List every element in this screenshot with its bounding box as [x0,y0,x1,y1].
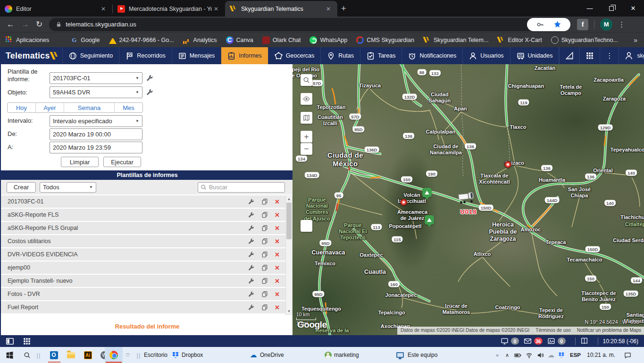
tab-skyguardian-active[interactable]: Skyguardian Telematics ✕ [225,1,337,17]
tab-close-icon[interactable]: ✕ [212,5,220,13]
wrench-icon[interactable] [248,304,255,311]
nav-item-recorridos[interactable]: Recorridos [119,47,171,64]
password-key-icon[interactable] [536,21,544,28]
window-minimize-button[interactable]: — [579,0,601,17]
dropbox-icon[interactable] [171,347,180,363]
interval-select[interactable]: Intervalo especificado▼ [50,115,142,127]
apps-grid-button[interactable] [579,47,600,64]
wrench-icon[interactable] [248,251,255,258]
vehicle-unit-label[interactable]: U018 [455,208,482,215]
delete-icon[interactable]: ✕ [275,304,280,311]
start-button[interactable] [0,347,19,363]
map-canvas[interactable]: Tepeji del Río de OcampoTizayucaTepotzot… [293,64,644,335]
wrench-icon[interactable] [248,211,255,218]
illustrator-taskbar-button[interactable]: Ai [79,347,96,363]
list-scrollbar[interactable]: ▲ ▼ [285,195,293,315]
scroll-up-icon[interactable]: ▲ [286,196,292,202]
toolbar-grip[interactable]: || [36,347,42,363]
template-row[interactable]: aSKG-Reporte FLS✕ [1,209,285,221]
duplicate-icon[interactable] [261,291,268,297]
bookmark-item[interactable]: WhatsApp [309,36,347,44]
wifi-icon[interactable] [524,347,534,363]
delete-icon[interactable]: ✕ [275,278,280,285]
messages-counter[interactable]: 36 [524,337,543,345]
profile-avatar[interactable]: M [600,18,612,31]
reload-button[interactable]: ↻ [36,19,42,29]
scroll-down-icon[interactable]: ▼ [286,308,292,314]
window-restore-button[interactable] [601,0,622,17]
marketing-toolbar[interactable]: marketing [334,347,359,363]
period-hoy-button[interactable]: Hoy [8,103,35,112]
dropbox-tray-icon[interactable] [557,347,566,363]
duplicate-icon[interactable] [261,238,268,245]
nav-item-informes[interactable]: Informes [221,47,268,64]
bookmark-item[interactable]: 242-947-9666 - Go... [109,36,174,44]
delete-icon[interactable]: ✕ [275,291,280,298]
nav-item-geocercas[interactable]: Geocercas [268,47,320,64]
back-button[interactable]: ← [7,20,15,29]
onedrive-toolbar[interactable]: OneDrive [260,347,284,363]
bookmark-item[interactable]: Analytics [183,36,217,44]
measure-tool-button[interactable] [559,47,579,64]
hidden-icons-button[interactable]: ∧ [503,347,511,363]
nav-item-tareas[interactable]: Tareas [360,47,402,64]
template-select[interactable]: 201703FC-01▼ [50,72,142,84]
duplicate-icon[interactable] [261,211,268,218]
bookmark-item[interactable]: Olark Chat [262,36,301,44]
toolbar-chevron-icon[interactable]: » [493,347,501,363]
nav-item-usuarios[interactable]: Usuarios [462,47,510,64]
filter-select[interactable]: Todos▼ [40,182,96,193]
taskbar-search-button[interactable] [19,347,35,363]
delete-icon[interactable]: ✕ [275,211,280,219]
create-template-button[interactable]: Crear [7,182,36,193]
template-row[interactable]: 201703FC-01✕ [1,195,285,208]
bookmark-item[interactable]: SkyguardianTechno... [551,36,618,44]
new-tab-button[interactable]: + [341,4,346,14]
clear-button[interactable]: Limpiar [61,157,99,167]
map-visibility-button[interactable] [301,93,312,105]
user-avatar-icon[interactable] [324,347,332,363]
template-row[interactable]: Ejemplo Transtell- nuevo✕ [1,275,285,287]
bookmark-item[interactable]: Aplicaciones [6,36,49,44]
template-settings-wrench-icon[interactable] [146,74,154,82]
panel-toggle-icon[interactable] [6,337,14,346]
duplicate-icon[interactable] [261,278,268,284]
template-row[interactable]: Costos utilitarios✕ [1,235,285,247]
mountain-poi-icon[interactable] [422,188,432,197]
este-equipo-toolbar[interactable]: Este equipo [408,347,437,363]
user-menu-button[interactable] [619,47,635,64]
template-row[interactable]: Fuel Report✕ [1,301,285,313]
to-date-input[interactable]: 2020 Marzo 19 23:59 [50,142,142,153]
chrome-taskbar-button[interactable] [105,347,123,363]
period-semana-button[interactable]: Semana [64,103,114,112]
duplicate-icon[interactable] [261,251,268,258]
language-indicator[interactable]: ESP [570,347,581,363]
onedrive-icon[interactable]: ☁ [249,347,258,363]
object-settings-wrench-icon[interactable] [146,88,154,96]
media-counter[interactable]: 0 [547,337,566,345]
nav-item-unidades[interactable]: Unidades [510,47,560,64]
toolbar-grip[interactable]: || [136,347,142,363]
bookmark-item[interactable]: CMS Skyguardian [356,36,414,44]
bookmark-item[interactable]: GGoogle [70,36,100,44]
volume-icon[interactable] [535,347,545,363]
zoom-out-button[interactable]: − [301,143,312,155]
app-logo[interactable]: Telematics [0,47,62,64]
escritorio-toolbar[interactable]: Escritorio [144,347,167,363]
this-pc-icon[interactable] [395,347,405,363]
more-options-button[interactable]: ⋮ [600,47,619,64]
nav-item-seguimiento[interactable]: Seguimiento [62,47,119,64]
wrench-icon[interactable] [248,225,255,231]
delete-icon[interactable]: ✕ [275,198,280,205]
delete-icon[interactable]: ✕ [275,225,280,232]
tab-close-icon[interactable]: ✕ [99,5,108,13]
window-close-button[interactable]: ✕ [622,0,644,17]
address-bar[interactable]: telematics.skyguardian.us [49,18,570,31]
clock[interactable]: 10:21 a. m. [587,347,615,363]
vehicle-marker[interactable] [458,190,477,205]
monitor-counter[interactable]: 0 [501,337,519,345]
bookmarks-overflow-icon[interactable]: » [634,36,637,44]
action-center-icon[interactable] [622,347,633,363]
terms-link[interactable]: Términos de uso [532,327,573,335]
template-row[interactable]: aSKG-Reporte FLS Grupal✕ [1,222,285,234]
